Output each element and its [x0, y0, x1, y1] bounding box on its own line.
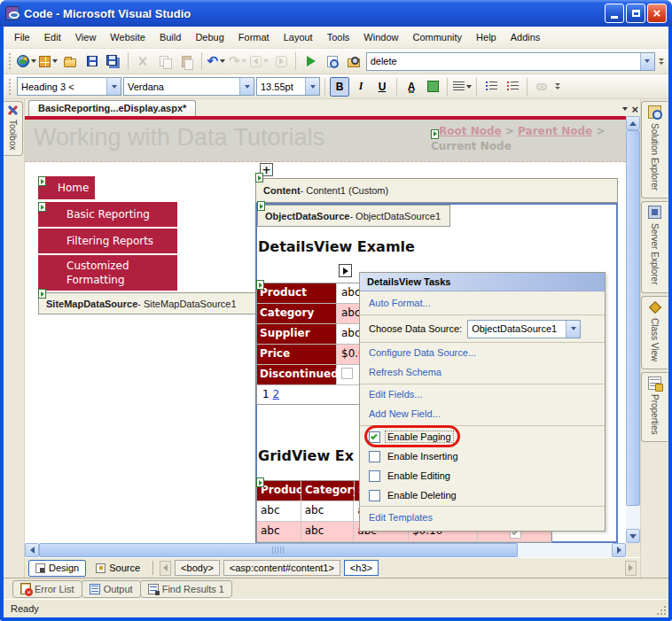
close-document-icon[interactable] [631, 101, 638, 117]
font-combo[interactable]: Verdana [123, 77, 254, 96]
content-placeholder-header[interactable]: Content - Content1 (Custom) [255, 178, 618, 203]
maximize-button[interactable] [626, 4, 645, 23]
save-button[interactable] [82, 51, 101, 71]
underline-button[interactable]: U [372, 77, 392, 97]
error-list-tab[interactable]: Error List [12, 580, 82, 598]
font-size-combo-value[interactable]: 13.55pt [257, 82, 305, 92]
data-source-combo-value[interactable]: ObjectDataSource1 [468, 323, 566, 334]
menu-edit[interactable]: Edit [37, 29, 68, 45]
open-file-button[interactable] [60, 51, 80, 71]
edit-fields-link[interactable]: Edit Fields... [360, 385, 605, 405]
menu-debug[interactable]: Debug [188, 29, 231, 45]
smart-tag-button[interactable] [339, 264, 352, 277]
document-tab[interactable]: BasicReporting...eDisplay.aspx* [28, 100, 196, 116]
font-size-combo[interactable]: 13.55pt [256, 77, 320, 96]
highlight-button[interactable] [423, 77, 442, 97]
minimize-button[interactable] [605, 4, 624, 23]
data-source-combo-dropdown[interactable] [566, 321, 580, 338]
search-combo-value[interactable]: delete [367, 56, 640, 66]
toolbar-overflow-button[interactable] [555, 83, 560, 89]
menu-addins[interactable]: Addins [504, 29, 548, 45]
horizontal-scroll-thumb[interactable] [39, 543, 518, 557]
numbered-list-button[interactable] [503, 77, 522, 97]
solution-explorer-tab[interactable]: Solution Explorer [641, 101, 668, 198]
tag-nav-right-button[interactable] [625, 561, 637, 576]
configure-data-source-link[interactable]: Configure Data Source... [360, 344, 605, 363]
find-results-tab[interactable]: Find Results 1 [140, 580, 232, 598]
source-view-button[interactable]: Source [90, 560, 146, 577]
save-all-button[interactable] [104, 51, 123, 71]
menu-format[interactable]: Format [231, 29, 277, 45]
enable-deleting-checkbox[interactable] [369, 490, 380, 501]
start-debugging-button[interactable] [301, 51, 320, 71]
cut-button[interactable] [133, 51, 152, 71]
horizontal-scrollbar[interactable] [25, 543, 626, 557]
nav-item-filtering-reports[interactable]: Filtering Reports [38, 229, 177, 253]
vertical-scroll-thumb[interactable] [626, 130, 640, 506]
menu-build[interactable]: Build [152, 29, 188, 45]
align-button[interactable] [452, 77, 472, 97]
enable-inserting-label[interactable]: Enable Inserting [386, 451, 460, 462]
design-view-button[interactable]: Design [28, 560, 86, 577]
font-color-button[interactable]: A [402, 77, 421, 97]
sitemapdatasource-control[interactable]: SiteMapDataSource - SiteMapDataSource1 [38, 292, 267, 314]
font-combo-value[interactable]: Verdana [124, 82, 239, 92]
menu-window[interactable]: Window [356, 29, 405, 45]
bullet-list-button[interactable] [481, 77, 501, 97]
add-new-field-link[interactable]: Add New Field... [360, 405, 605, 424]
toolbar-overflow-button[interactable] [659, 58, 664, 65]
toolbar-grip[interactable] [9, 53, 12, 69]
enable-paging-label[interactable]: Enable Paging [386, 431, 453, 442]
auto-format-link[interactable]: Auto Format... [360, 294, 605, 314]
search-combo-dropdown[interactable] [640, 53, 654, 70]
menu-help[interactable]: Help [469, 29, 504, 45]
nav-item-basic-reporting[interactable]: Basic Reporting [38, 202, 177, 227]
nav-item-home[interactable]: Home [38, 176, 95, 199]
find-in-files-button[interactable] [344, 51, 363, 71]
redo-button[interactable] [228, 51, 247, 71]
font-size-combo-dropdown[interactable] [305, 78, 319, 95]
enable-editing-label[interactable]: Enable Editing [386, 470, 452, 481]
tag-h3[interactable]: <h3> [344, 560, 379, 576]
edit-templates-link[interactable]: Edit Templates [360, 508, 605, 527]
style-combo-value[interactable]: Heading 3 < [18, 82, 106, 92]
style-combo[interactable]: Heading 3 < [17, 77, 121, 96]
data-source-combo[interactable]: ObjectDataSource1 [467, 320, 581, 338]
scroll-track[interactable] [626, 506, 640, 529]
enable-inserting-checkbox[interactable] [369, 451, 380, 462]
resize-grip[interactable] [656, 605, 667, 616]
scroll-up-button[interactable] [626, 116, 640, 130]
navigate-forward-button[interactable] [271, 51, 291, 71]
search-combo[interactable]: delete [366, 52, 655, 71]
refresh-schema-link[interactable]: Refresh Schema [360, 363, 605, 383]
nav-item-customized-formatting[interactable]: Customized Formatting [38, 255, 177, 291]
menu-community[interactable]: Community [405, 29, 469, 45]
tag-nav-left-button[interactable] [160, 561, 171, 576]
close-button[interactable] [647, 4, 667, 23]
menu-view[interactable]: View [68, 29, 104, 45]
menu-file[interactable]: File [7, 29, 37, 45]
italic-button[interactable]: I [351, 77, 371, 97]
scroll-left-button[interactable] [25, 543, 39, 557]
toolbox-tab[interactable]: Toolbox [4, 101, 23, 156]
objectdatasource-control[interactable]: ObjectDataSource - ObjectDataSource1 [257, 205, 450, 227]
scroll-track[interactable] [518, 543, 612, 557]
hyperlink-button[interactable] [532, 77, 551, 97]
discontinued-checkbox[interactable] [341, 368, 353, 379]
bold-button[interactable]: B [330, 77, 349, 97]
menu-tools[interactable]: Tools [320, 29, 357, 45]
scroll-down-button[interactable] [626, 529, 640, 543]
properties-tab[interactable]: Properties [641, 372, 668, 443]
font-combo-dropdown[interactable] [239, 78, 254, 95]
enable-paging-checkbox[interactable] [369, 431, 380, 443]
paste-button[interactable] [176, 51, 196, 71]
active-files-dropdown-icon[interactable] [622, 107, 628, 111]
tag-asp-content[interactable]: <asp:content#content1> [223, 560, 340, 576]
scroll-right-button[interactable] [612, 543, 626, 557]
new-website-button[interactable] [17, 51, 36, 71]
class-view-tab[interactable]: Class View [641, 296, 668, 369]
design-surface[interactable]: Working with Data Tutorials Root Node > … [25, 116, 626, 543]
toolbar-grip[interactable] [9, 79, 12, 95]
menu-layout[interactable]: Layout [277, 29, 320, 45]
enable-editing-checkbox[interactable] [369, 470, 380, 482]
